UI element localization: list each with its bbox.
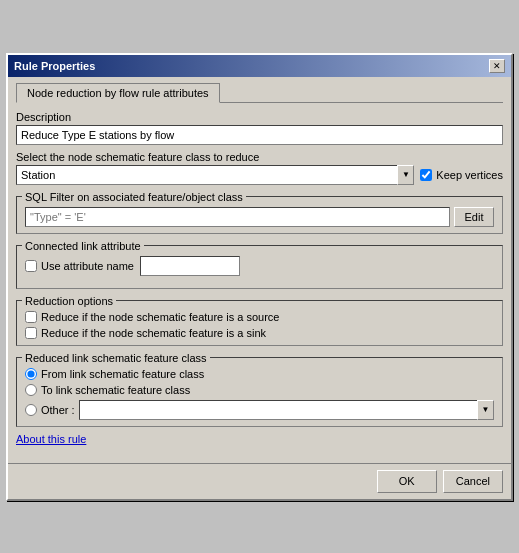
about-rule-link[interactable]: About this rule bbox=[16, 433, 86, 445]
reduction-option1-label: Reduce if the node schematic feature is … bbox=[25, 311, 494, 323]
sql-filter-fieldset: SQL Filter on associated feature/object … bbox=[16, 191, 503, 234]
reduction-options-legend: Reduction options bbox=[22, 295, 116, 307]
reduction-options-fieldset: Reduction options Reduce if the node sch… bbox=[16, 295, 503, 346]
connected-link-input[interactable] bbox=[140, 256, 240, 276]
reduction-option2-label: Reduce if the node schematic feature is … bbox=[25, 327, 494, 339]
reduction-option2-checkbox[interactable] bbox=[25, 327, 37, 339]
description-label: Description bbox=[16, 111, 503, 123]
close-button[interactable]: ✕ bbox=[489, 59, 505, 73]
use-attribute-name-label: Use attribute name bbox=[25, 260, 134, 272]
reduction-option1-text: Reduce if the node schematic feature is … bbox=[41, 311, 279, 323]
connected-link-legend: Connected link attribute bbox=[22, 240, 144, 252]
tab-bar: Node reduction by flow rule attributes bbox=[16, 83, 503, 103]
sql-filter-input[interactable] bbox=[25, 207, 450, 227]
use-attribute-name-checkbox[interactable] bbox=[25, 260, 37, 272]
cancel-button[interactable]: Cancel bbox=[443, 470, 503, 493]
rule-properties-window: Rule Properties ✕ Node reduction by flow… bbox=[6, 53, 513, 501]
node-class-row: Station ▼ Keep vertices bbox=[16, 165, 503, 185]
node-class-select[interactable]: Station bbox=[16, 165, 414, 185]
other-select[interactable] bbox=[79, 400, 494, 420]
radio1-text: From link schematic feature class bbox=[41, 368, 204, 380]
radio3-text: Other : bbox=[41, 404, 75, 416]
tab-node-reduction[interactable]: Node reduction by flow rule attributes bbox=[16, 83, 220, 103]
title-bar-controls: ✕ bbox=[489, 59, 505, 73]
window-title: Rule Properties bbox=[14, 60, 95, 72]
keep-vertices-label: Keep vertices bbox=[420, 169, 503, 181]
node-class-group: Select the node schematic feature class … bbox=[16, 151, 503, 185]
keep-vertices-checkbox[interactable] bbox=[420, 169, 432, 181]
use-attribute-name-text: Use attribute name bbox=[41, 260, 134, 272]
radio3-row: Other : ▼ bbox=[25, 400, 494, 420]
reduction-option1-checkbox[interactable] bbox=[25, 311, 37, 323]
node-class-select-wrapper: Station ▼ bbox=[16, 165, 414, 185]
sql-filter-legend: SQL Filter on associated feature/object … bbox=[22, 191, 246, 203]
other-select-wrapper: ▼ bbox=[79, 400, 494, 420]
connected-link-row: Use attribute name bbox=[25, 256, 494, 276]
bottom-bar: OK Cancel bbox=[8, 463, 511, 499]
about-rule-container: About this rule bbox=[16, 433, 503, 445]
connected-link-fieldset: Connected link attribute Use attribute n… bbox=[16, 240, 503, 289]
edit-button[interactable]: Edit bbox=[454, 207, 494, 227]
radio1-label: From link schematic feature class bbox=[25, 368, 494, 380]
node-class-label: Select the node schematic feature class … bbox=[16, 151, 503, 163]
radio2-text: To link schematic feature class bbox=[41, 384, 190, 396]
description-input[interactable] bbox=[16, 125, 503, 145]
radio3-input[interactable] bbox=[25, 404, 37, 416]
reduction-option2-text: Reduce if the node schematic feature is … bbox=[41, 327, 266, 339]
keep-vertices-text: Keep vertices bbox=[436, 169, 503, 181]
radio2-input[interactable] bbox=[25, 384, 37, 396]
reduced-link-legend: Reduced link schematic feature class bbox=[22, 352, 210, 364]
window-body: Node reduction by flow rule attributes D… bbox=[8, 77, 511, 457]
radio3-label: Other : bbox=[25, 404, 75, 416]
title-bar: Rule Properties ✕ bbox=[8, 55, 511, 77]
ok-button[interactable]: OK bbox=[377, 470, 437, 493]
description-group: Description bbox=[16, 111, 503, 145]
sql-filter-row: Edit bbox=[25, 207, 494, 227]
radio1-input[interactable] bbox=[25, 368, 37, 380]
radio2-label: To link schematic feature class bbox=[25, 384, 494, 396]
reduced-link-fieldset: Reduced link schematic feature class Fro… bbox=[16, 352, 503, 427]
